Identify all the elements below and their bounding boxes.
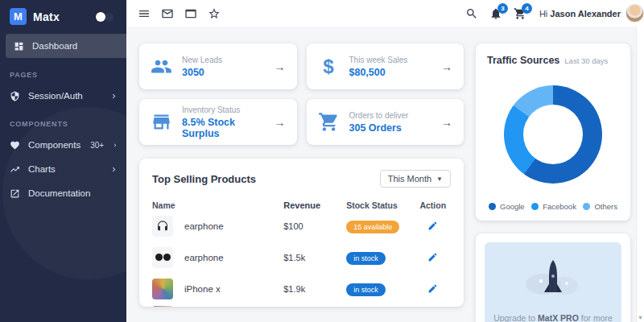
main-content: New Leads 3050 → $ This week Sales $80,5… — [126, 27, 636, 322]
month-filter-dropdown[interactable]: This Month ▼ — [380, 170, 451, 188]
edit-icon[interactable] — [427, 283, 438, 294]
legend-dot — [489, 203, 496, 210]
earbuds-photo — [152, 247, 173, 268]
chevron-right-icon — [109, 165, 118, 174]
top-selling-products-card: Top Selling Products This Month ▼ Name R… — [139, 159, 464, 307]
search-button[interactable] — [465, 7, 478, 20]
sidebar-item-dashboard[interactable]: Dashboard — [6, 34, 126, 58]
cart-count-badge: 4 — [522, 3, 532, 14]
metric-value: $80,500 — [349, 67, 408, 78]
metric-card-orders[interactable]: Orders to deliver 305 Orders → — [307, 99, 464, 145]
star-icon[interactable] — [208, 7, 221, 20]
cart-button[interactable]: 4 — [514, 7, 526, 20]
topbar: 3 4 Hi Jason Alexander — [126, 0, 644, 27]
shield-icon — [10, 91, 20, 101]
arrow-right-icon[interactable]: → — [275, 116, 286, 129]
cart-icon — [318, 111, 340, 133]
edit-icon[interactable] — [427, 221, 438, 231]
heart-icon — [10, 140, 20, 151]
sidebar-item-label: Components — [28, 140, 80, 150]
metric-texts: Orders to deliver 305 Orders — [349, 111, 409, 134]
product-revenue: $1.5k — [283, 253, 346, 262]
trending-up-icon — [10, 164, 20, 175]
sidebar-item-label: Documentation — [28, 188, 90, 198]
arrow-right-icon[interactable]: → — [441, 60, 452, 73]
traffic-sources-subtitle: Last 30 days — [564, 56, 608, 65]
filter-value: This Month — [388, 174, 431, 184]
traffic-sources-card: Traffic Sources Last 30 days Google Face… — [476, 43, 630, 221]
sidebar-item-session-auth[interactable]: Session/Auth — [0, 85, 126, 107]
stock-status-badge: 15 available — [346, 221, 399, 233]
product-name: earphone — [184, 253, 224, 262]
notifications-button[interactable]: 3 — [489, 7, 502, 20]
table-row: earphone $100 15 available — [152, 210, 451, 242]
metric-card-inventory[interactable]: Inventory Status 8.5% Stock Surplus → — [139, 99, 297, 145]
edit-icon[interactable] — [427, 252, 438, 262]
dashboard-icon — [14, 41, 24, 52]
arrow-right-icon[interactable]: → — [441, 116, 452, 129]
sidebar-item-label: Charts — [28, 164, 56, 174]
toggle-thumb — [96, 12, 105, 22]
legend-item-facebook: Facebook — [531, 202, 576, 211]
arrow-right-icon[interactable]: → — [275, 60, 286, 73]
phone-cases-photo — [152, 279, 173, 299]
column-header-name: Name — [152, 200, 283, 210]
sidebar-item-charts[interactable]: Charts — [0, 158, 126, 180]
products-title: Top Selling Products — [152, 173, 256, 185]
logo-row: M Matx — [0, 0, 126, 32]
traffic-donut-chart — [504, 85, 602, 184]
chevron-down-icon: ▼ — [436, 175, 443, 183]
metric-texts: New Leads 3050 — [182, 56, 222, 78]
metric-texts: Inventory Status 8.5% Stock Surplus — [182, 105, 275, 139]
sidebar: M Matx Dashboard PAGES Session/Auth COMP… — [0, 0, 126, 322]
column-header-revenue: Revenue — [283, 200, 346, 210]
toggle-off-dot — [105, 13, 114, 22]
rocket-illustration — [517, 257, 589, 299]
sidebar-section-components: COMPONENTS — [0, 109, 126, 132]
product-revenue: $100 — [283, 221, 346, 231]
mail-icon[interactable] — [161, 7, 174, 20]
scrollbar-down-arrow[interactable]: ▼ — [638, 315, 643, 320]
sidebar-item-label: Dashboard — [32, 41, 77, 51]
product-name: earphone — [184, 221, 224, 231]
metric-card-new-leads[interactable]: New Leads 3050 → — [139, 43, 297, 89]
metric-label: New Leads — [182, 56, 222, 64]
partial-product-photo — [152, 306, 173, 307]
upgrade-pro-link[interactable]: Upgrade to MatX PRO for more resources — [485, 242, 621, 322]
product-name: iPhone x — [184, 284, 221, 294]
stock-status-badge: in stock — [346, 283, 386, 296]
legend-item-others: Others — [583, 202, 617, 211]
sidebar-item-label: Session/Auth — [28, 91, 83, 101]
notification-count-badge: 3 — [497, 3, 508, 14]
table-row: iPhone x $1.9k in stock — [152, 273, 451, 304]
chart-legend: Google Facebook Others — [487, 202, 619, 213]
window-icon[interactable] — [184, 7, 197, 20]
sidenav-mode-toggle[interactable] — [96, 12, 117, 22]
table-row-partial — [152, 304, 451, 307]
scrollbar[interactable]: ▼ — [636, 27, 644, 322]
app-title: Matx — [33, 10, 60, 23]
menu-icon[interactable] — [138, 7, 151, 20]
product-revenue: $1.9k — [283, 284, 346, 294]
chevron-right-icon — [112, 141, 118, 150]
metric-value: 3050 — [182, 67, 222, 78]
legend-dot — [583, 203, 590, 210]
headphones-photo — [152, 216, 173, 237]
matx-pro-label: MatX PRO — [538, 313, 579, 322]
topbar-right: 3 4 Hi Jason Alexander — [454, 4, 639, 23]
metric-label: Inventory Status — [182, 105, 275, 114]
upgrade-text: Upgrade to MatX PRO for more resources — [493, 312, 613, 322]
metric-texts: This week Sales $80,500 — [349, 56, 408, 78]
metric-label: Orders to deliver — [349, 111, 409, 120]
sidebar-item-components[interactable]: Components 30+ — [0, 134, 126, 156]
column-header-stock-status: Stock Status — [346, 200, 415, 210]
sidebar-item-documentation[interactable]: Documentation — [0, 182, 126, 204]
matx-logo-icon: M — [10, 8, 27, 25]
search-icon — [465, 7, 478, 20]
launch-icon — [10, 188, 20, 199]
metric-card-week-sales[interactable]: $ This week Sales $80,500 → — [307, 43, 464, 89]
chevron-right-icon — [109, 92, 118, 101]
metric-value: 305 Orders — [349, 122, 409, 134]
dollar-icon: $ — [318, 56, 340, 77]
user-avatar[interactable] — [625, 4, 644, 23]
